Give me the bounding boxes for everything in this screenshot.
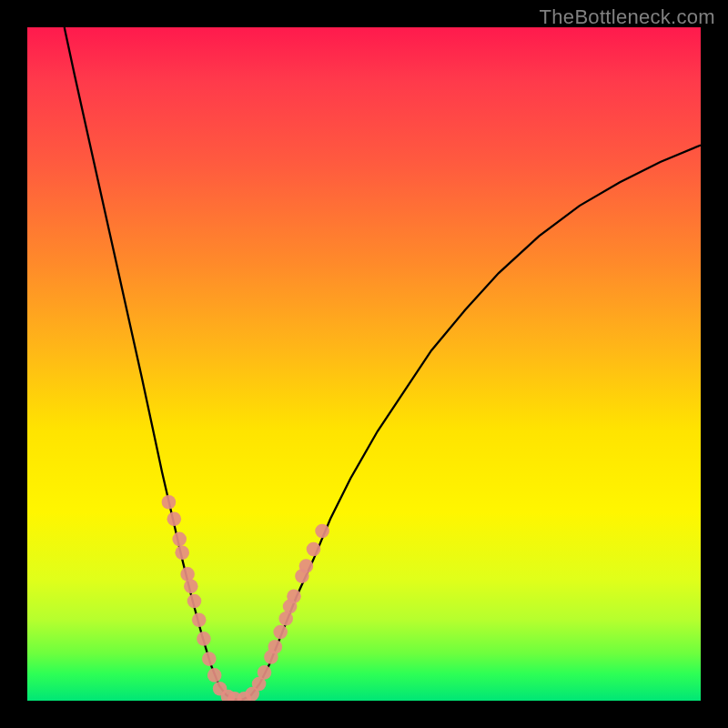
data-point <box>228 692 242 701</box>
data-point <box>187 594 202 609</box>
data-point <box>273 625 288 640</box>
data-point <box>192 612 207 627</box>
watermark-text: TheBottleneck.com <box>540 5 715 29</box>
data-point <box>207 668 222 682</box>
data-point <box>295 569 309 583</box>
data-point <box>197 632 211 646</box>
data-point <box>184 579 198 593</box>
data-point <box>264 650 278 664</box>
data-point <box>221 690 236 701</box>
data-point <box>252 677 267 692</box>
data-point <box>283 600 298 614</box>
bottleneck-curve <box>65 27 701 700</box>
data-point <box>172 532 187 547</box>
plot-area <box>27 27 701 701</box>
data-point <box>202 652 217 666</box>
chart-canvas: TheBottleneck.com <box>0 0 728 728</box>
data-point <box>167 511 182 526</box>
data-point <box>307 542 321 557</box>
chart-svg <box>27 27 701 701</box>
data-point <box>213 682 228 696</box>
data-point <box>162 495 177 510</box>
data-point <box>278 612 293 626</box>
data-point <box>268 640 283 654</box>
data-point <box>315 524 329 539</box>
data-point <box>287 590 301 604</box>
data-point <box>258 665 272 680</box>
data-points-group <box>162 495 329 701</box>
data-point <box>238 692 252 701</box>
data-point <box>180 567 195 581</box>
data-point <box>175 545 189 560</box>
data-point <box>299 559 314 573</box>
data-point <box>245 687 259 701</box>
